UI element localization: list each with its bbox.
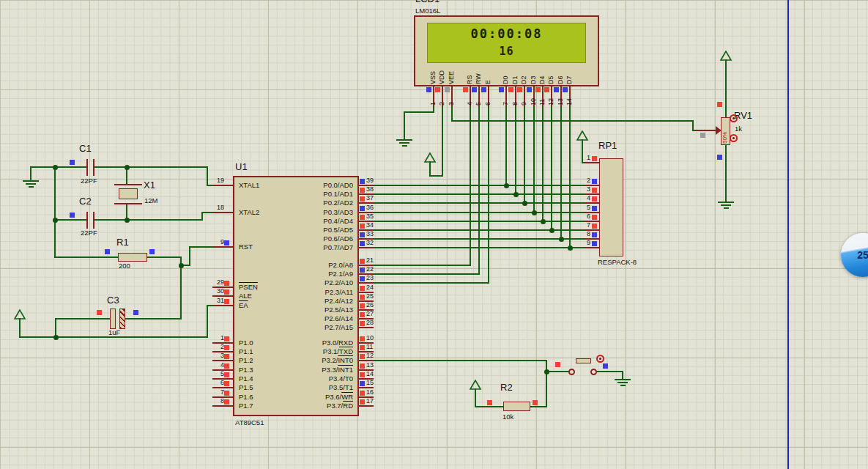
power-arrow-icon[interactable] [13, 309, 26, 320]
ground-symbol-icon[interactable] [29, 186, 34, 188]
power-arrow-icon[interactable] [423, 152, 437, 163]
junction-dot [549, 228, 554, 233]
ground-symbol-icon[interactable] [721, 204, 731, 206]
wire[interactable] [94, 166, 208, 168]
ground-symbol-icon[interactable] [615, 379, 631, 380]
ground-symbol-icon[interactable] [402, 145, 407, 147]
wire[interactable] [19, 318, 21, 338]
wire[interactable] [54, 166, 56, 258]
wire[interactable] [478, 106, 480, 275]
wire[interactable] [505, 106, 507, 186]
cap-c2-plate-right[interactable] [93, 212, 94, 229]
push-button-cap[interactable] [576, 358, 591, 363]
wire[interactable] [524, 106, 525, 204]
ground-symbol-icon[interactable] [617, 382, 628, 383]
wire[interactable] [373, 185, 585, 186]
wire[interactable] [515, 106, 516, 195]
wire[interactable] [569, 106, 571, 248]
wire[interactable] [596, 371, 623, 372]
adjust-target-button[interactable] [730, 114, 738, 122]
wire[interactable] [54, 219, 87, 221]
logic-state-square [592, 224, 597, 229]
crystal-body[interactable] [119, 188, 138, 199]
wire[interactable] [30, 166, 31, 181]
part-value-label: 10k [502, 413, 513, 421]
pin-label-overline: WR [341, 393, 353, 401]
wire[interactable] [560, 106, 562, 240]
ground-symbol-icon[interactable] [26, 183, 36, 185]
wire[interactable] [373, 247, 585, 248]
respack-pin-number: 1 [577, 154, 590, 162]
mcu-pin-number: 9 [207, 238, 224, 246]
mcu-pin-label-wrap: P3.5/T1 [243, 383, 353, 391]
wire[interactable] [451, 106, 453, 122]
overlay-badge-value: 25 [857, 249, 868, 261]
wire[interactable] [125, 318, 182, 320]
wire[interactable] [30, 166, 87, 168]
wire[interactable] [373, 273, 480, 275]
wire[interactable] [373, 212, 585, 213]
push-button-contact-right[interactable] [590, 369, 597, 375]
respack-pin-number: 2 [577, 177, 590, 185]
wire[interactable] [201, 212, 213, 213]
wire[interactable] [429, 161, 431, 177]
junction-dot [53, 218, 58, 223]
wire[interactable] [725, 59, 727, 118]
power-arrow-icon[interactable] [576, 130, 589, 141]
power-arrow-icon[interactable] [719, 51, 732, 62]
power-arrow-icon[interactable] [469, 380, 482, 391]
wire[interactable] [207, 305, 208, 338]
mcu-pin-label-wrap: P0.1/AD1 [243, 190, 353, 198]
wire[interactable] [475, 406, 504, 407]
wire[interactable] [442, 106, 443, 177]
wire[interactable] [546, 360, 547, 407]
wire[interactable] [373, 193, 585, 195]
wire[interactable] [533, 106, 535, 213]
overlay-badge[interactable]: 25 [841, 233, 868, 277]
wire[interactable] [146, 256, 182, 258]
adjust-target-button[interactable] [730, 134, 738, 142]
resistor-r2-body[interactable] [503, 402, 530, 411]
wire[interactable] [373, 221, 585, 222]
wire[interactable] [373, 202, 585, 204]
wire[interactable] [373, 265, 471, 266]
ground-symbol-icon[interactable] [399, 142, 409, 144]
cap-c2-plate-left[interactable] [86, 212, 88, 229]
ground-symbol-icon[interactable] [724, 207, 729, 209]
resistor-r1-body[interactable] [118, 253, 147, 262]
adjust-target-button[interactable] [596, 355, 604, 363]
wire[interactable] [373, 238, 585, 240]
wire[interactable] [189, 246, 213, 248]
respack-body[interactable] [599, 158, 623, 256]
wire[interactable] [404, 111, 434, 113]
wire[interactable] [55, 318, 111, 320]
wire[interactable] [404, 111, 405, 140]
lcd-pin-name: RW [475, 73, 482, 84]
cap-c1-plate-right[interactable] [93, 159, 94, 176]
schematic-canvas[interactable]: LCD1 LM016L 00:00:08 16 U1 AT89C51 RP1 R… [0, 0, 868, 469]
wire[interactable] [529, 406, 547, 407]
wire[interactable] [54, 256, 119, 258]
cap-c3-plate-right[interactable] [119, 309, 125, 329]
wire[interactable] [19, 336, 208, 338]
ground-symbol-icon[interactable] [718, 202, 734, 203]
wire[interactable] [725, 144, 727, 202]
ground-symbol-icon[interactable] [396, 139, 412, 141]
wire[interactable] [189, 246, 190, 266]
wire[interactable] [475, 388, 476, 407]
cap-c1-plate-left[interactable] [86, 159, 88, 176]
wire[interactable] [542, 106, 544, 222]
wire[interactable] [373, 360, 547, 361]
wire[interactable] [94, 219, 203, 221]
ground-symbol-icon[interactable] [620, 385, 626, 386]
ground-symbol-icon[interactable] [23, 180, 39, 182]
wire[interactable] [429, 175, 443, 177]
push-button-contact-left[interactable] [568, 369, 575, 375]
mcu-pin-label-wrap: P2.3/A11 [243, 288, 353, 296]
logic-state-square [592, 188, 597, 193]
logic-state-square [70, 213, 75, 218]
wire[interactable] [373, 282, 489, 284]
mcu-pin-number: 28 [366, 319, 374, 327]
cap-c3-plate-left[interactable] [110, 309, 116, 329]
mcu-pin-number: 38 [366, 185, 374, 193]
